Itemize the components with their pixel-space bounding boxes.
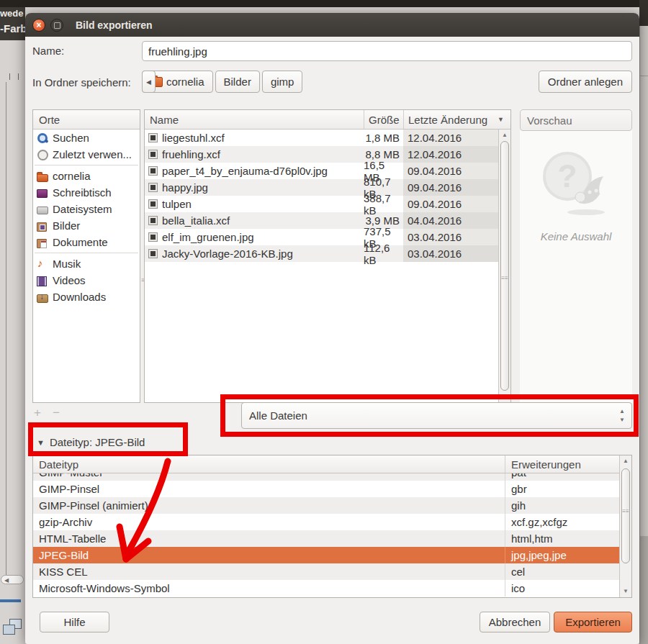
filetype-expander-label: Dateityp: JPEG-Bild <box>50 436 145 448</box>
no-selection-text: Keine Auswahl <box>520 230 632 242</box>
path-segment-button[interactable]: gimp <box>262 71 303 93</box>
place-item[interactable]: Videos <box>33 272 140 289</box>
background-right-top <box>639 0 648 26</box>
column-header-extensions[interactable]: Erweiterungen <box>505 455 631 473</box>
filetype-table-header: Dateityp Erweiterungen <box>33 455 631 473</box>
cascade-windows-icon <box>3 619 22 635</box>
maximize-button[interactable] <box>50 19 63 32</box>
place-item[interactable]: Dokumente <box>33 234 140 250</box>
filetype-row[interactable]: HTML-Tabelle html,htm <box>33 530 619 547</box>
file-row[interactable]: Jacky-Vorlage-2016-KB.jpg 112,6 kB 03.04… <box>145 245 498 262</box>
home-folder-icon <box>37 171 48 182</box>
remove-place-button[interactable]: − <box>53 406 60 420</box>
cancel-button[interactable]: Abbrechen <box>480 612 550 632</box>
place-item[interactable]: Zuletzt verwen... <box>33 146 140 163</box>
filename-input[interactable] <box>142 41 632 61</box>
file-row[interactable]: liegestuhl.xcf 1,8 MB 12.04.2016 <box>145 130 498 146</box>
ruler-tick <box>9 73 10 80</box>
videos-icon <box>37 275 48 286</box>
file-list-scrollbar[interactable]: ▲ ≡≡ ▼ <box>498 130 510 402</box>
filetype-row[interactable]: KISS CEL cel <box>33 563 619 580</box>
file-row[interactable]: paper_t4_by_enjauma-d76pl0v.jpg 16,5 MB … <box>145 163 498 179</box>
place-item[interactable]: Schreibtisch <box>33 184 140 201</box>
background-gimp-canvas: ◀ <box>0 40 25 644</box>
preview-panel: Vorschau ? Keine Auswahl <box>520 109 632 403</box>
image-file-icon <box>148 199 158 209</box>
file-rows: liegestuhl.xcf 1,8 MB 12.04.2016 fruehli… <box>145 130 498 402</box>
filetype-row[interactable]: GIMP-Pinsel gbr <box>33 481 619 497</box>
filetype-row[interactable]: gzip-Archiv xcf.gz,xcfgz <box>33 514 619 530</box>
file-row[interactable]: tulpen 388,7 kB 09.04.2016 <box>145 196 498 212</box>
help-button[interactable]: Hilfe <box>40 612 109 632</box>
place-item[interactable]: Dateisystem <box>33 201 140 217</box>
combobox-spinner-icon[interactable]: ▲ ▼ <box>619 407 625 424</box>
place-item[interactable]: cornelia <box>33 168 140 184</box>
column-header-filetype[interactable]: Dateityp <box>33 455 505 473</box>
file-row[interactable]: fruehling.xcf 8,8 MB 12.04.2016 <box>145 146 498 163</box>
path-segment-button[interactable]: Bilder <box>215 71 260 93</box>
file-filter-combobox[interactable]: Alle Dateien ▲ ▼ <box>241 402 632 429</box>
music-icon <box>37 258 48 270</box>
export-image-dialog: × Bild exportieren Name: In Ordner speic… <box>25 13 639 644</box>
export-button[interactable]: Exportieren <box>554 612 632 632</box>
image-file-icon <box>148 150 158 159</box>
background-right-panel <box>640 536 648 644</box>
image-file-icon <box>148 249 158 258</box>
scroll-down-icon[interactable]: ▼ <box>620 586 631 597</box>
place-item[interactable]: Musik <box>33 255 140 272</box>
places-edit-buttons: + − <box>34 406 60 420</box>
documents-icon <box>37 237 48 248</box>
filetype-row[interactable]: GIMP-Pinsel (animiert) gih <box>33 497 619 514</box>
filetype-expander[interactable]: ▼ Dateityp: JPEG-Bild <box>37 436 145 448</box>
path-breadcrumb: cornelia Bilder gimp <box>142 71 302 93</box>
file-row[interactable]: elf_im_gruenen.jpg 737,5 kB 03.04.2016 <box>145 229 498 245</box>
place-item[interactable]: Suchen <box>33 130 140 146</box>
scrollbar-grip: ≡≡ <box>620 508 631 514</box>
filetype-row[interactable]: GIMP-Muster pat <box>33 473 619 481</box>
clock-icon <box>37 149 48 160</box>
pictures-icon <box>37 220 48 232</box>
scrollbar-grip: ≡≡ <box>499 275 510 281</box>
chevron-left-icon: ◀ <box>146 78 151 86</box>
background-scrollbar-fragment: ◀ <box>1 575 24 584</box>
scroll-up-icon[interactable]: ▲ <box>620 456 631 466</box>
column-header-modified[interactable]: Letzte Änderung ▼ <box>403 110 510 129</box>
filetype-scrollbar[interactable]: ▲ ≡≡ ▼ <box>619 455 631 597</box>
add-place-button[interactable]: + <box>34 406 41 420</box>
sort-descending-icon: ▼ <box>498 116 504 123</box>
scroll-down-icon[interactable]: ▼ <box>499 391 510 402</box>
image-file-icon <box>148 166 158 176</box>
file-row[interactable]: bella_italia.xcf 3,9 MB 04.04.2016 <box>145 212 498 229</box>
close-button[interactable]: × <box>32 19 45 32</box>
image-file-icon <box>148 183 158 192</box>
expander-open-icon: ▼ <box>37 438 45 447</box>
image-file-icon <box>148 232 158 242</box>
svg-text:?: ? <box>558 158 577 194</box>
dialog-titlebar[interactable]: × Bild exportieren <box>25 13 639 37</box>
desktop-icon <box>37 187 48 199</box>
create-folder-button[interactable]: Ordner anlegen <box>539 71 632 93</box>
column-header-name[interactable]: Name <box>145 110 364 129</box>
filetype-row[interactable]: Microsoft-Windows-Symbol ico <box>33 580 619 597</box>
places-list: Suchen Zuletzt verwen... cornelia <box>33 130 140 305</box>
background-blue-fragment <box>0 599 21 602</box>
canvas-edge-line <box>6 82 6 583</box>
place-item[interactable]: Downloads <box>33 289 140 305</box>
filetype-row[interactable]: JPEG-Bild jpg,jpeg,jpe <box>33 547 619 563</box>
screen: wede -Farb ◀ × Bild exportieren Name: In… <box>0 0 648 644</box>
column-header-size[interactable]: Größe <box>364 110 403 129</box>
save-in-folder-label: In Ordner speichern: <box>32 76 131 89</box>
filetype-table: Dateityp Erweiterungen GIMP-Muster pat G… <box>32 455 632 598</box>
places-header[interactable]: Orte <box>33 110 140 130</box>
ruler-tick <box>18 73 19 80</box>
scrollbar-thumb[interactable] <box>500 141 509 391</box>
place-item[interactable]: Bilder <box>33 217 140 234</box>
scrollbar-thumb[interactable] <box>621 468 630 563</box>
background-divider <box>640 76 648 76</box>
dialog-title: Bild exportieren <box>76 19 153 31</box>
file-row[interactable]: happy.jpg 810,7 kB 09.04.2016 <box>145 179 498 196</box>
scroll-up-icon[interactable]: ▲ <box>499 130 510 140</box>
background-top-bar <box>0 0 648 7</box>
filesystem-icon <box>37 204 48 215</box>
path-back-button[interactable]: ◀ <box>142 71 156 93</box>
